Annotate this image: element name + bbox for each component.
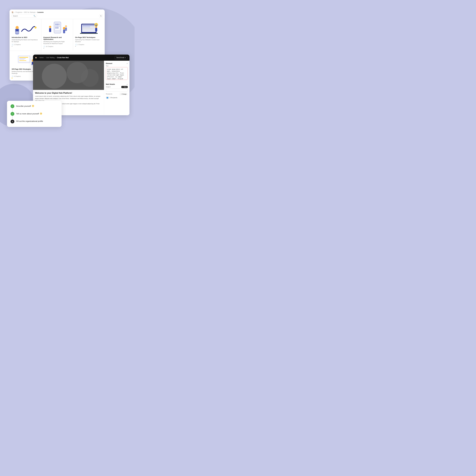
svg-rect-39: [19, 58, 26, 59]
card-desc-2: Identifying and Targeting the Right Keyw…: [43, 41, 71, 45]
card-meta-1: 📄 2 Chapters: [12, 44, 39, 45]
step-help-icon-1[interactable]: ?: [32, 105, 34, 107]
element-chevron[interactable]: ∧: [127, 63, 128, 64]
card-meta-3: 📄 2 Chapters: [75, 44, 102, 45]
chapter-count-3: 2 Chapters: [77, 44, 84, 45]
lesson-card-3[interactable]: On-Page SEO Techniques Optimizing Your W…: [73, 19, 105, 51]
breadcrumb-seo[interactable]: SEO for Startups: [24, 11, 35, 13]
card-dot-3: [75, 46, 76, 47]
svg-point-46: [44, 69, 53, 78]
step-item-1: ✓ Describe yourself ?: [11, 104, 58, 108]
search-icon: 🔍: [34, 15, 35, 17]
mail-details-title: Mail Details ∧: [106, 83, 128, 85]
svg-rect-35: [80, 33, 98, 34]
step-text-3: Fill out the organizational profile: [16, 119, 43, 122]
card-illustration-2: [43, 21, 71, 35]
svg-rect-13: [57, 25, 59, 27]
email-home-icon[interactable]: 🏠: [35, 57, 37, 59]
step-help-icon-2[interactable]: ?: [40, 112, 42, 115]
subject-row: Subject ✓ Save: [106, 86, 128, 88]
svg-rect-9: [55, 24, 57, 25]
search-box[interactable]: 🔍: [12, 14, 37, 18]
svg-rect-38: [19, 57, 28, 58]
step-spacer-1: [11, 108, 58, 112]
search-input[interactable]: [13, 15, 33, 17]
send-email-label: Send Email: [116, 57, 124, 59]
step-label-1: Describe yourself: [16, 105, 31, 107]
svg-rect-53: [57, 78, 70, 87]
svg-rect-12: [55, 25, 57, 27]
subject-input[interactable]: [106, 89, 128, 92]
step-label-2: Tell us more about yourself: [16, 113, 39, 115]
svg-point-47: [42, 80, 55, 90]
email-sidebar: Element ∧ Text Lorem ipsum dolor sit ame…: [104, 61, 130, 115]
email-sep-3: >: [55, 57, 56, 59]
mail-details-label: Mail Details: [106, 83, 115, 85]
svg-point-6: [15, 31, 19, 33]
card-title-3: On-Page SEO Techniques: [75, 36, 102, 38]
svg-rect-34: [95, 29, 97, 31]
breadcrumb-sep-1: >: [14, 11, 15, 13]
card-meta-2: 📄 10 Chapters: [43, 46, 71, 47]
sidebar-text-area[interactable]: Lorem ipsum dolor sit amet, consectetur …: [106, 67, 128, 80]
breadcrumb-sep-3: >: [36, 11, 37, 13]
step-item-2: ✓ Tell us more about yourself ?: [11, 112, 58, 116]
chapter-icon-2: 📄: [43, 46, 45, 47]
chapter-icon-3: 📄: [75, 44, 77, 45]
svg-point-19: [63, 27, 65, 29]
mail-details-chevron[interactable]: ∧: [127, 83, 128, 85]
steps-panel: ✓ Describe yourself ? ✓ Tell us more abo…: [7, 101, 62, 127]
card-title-2: Keyword Research and Optimization: [43, 36, 71, 40]
subject-label: Subject: [106, 86, 111, 87]
recipients-icon: 👥: [106, 96, 109, 99]
email-admin[interactable]: Admin: [39, 57, 44, 59]
svg-rect-15: [55, 27, 57, 29]
save-button[interactable]: ✓ Save: [121, 86, 128, 88]
step-spacer-2: [11, 116, 58, 119]
breadcrumb-sep-2: >: [23, 11, 23, 13]
send-email-button[interactable]: Send Email ∨: [115, 56, 127, 59]
svg-rect-45: [33, 61, 94, 90]
sort-button[interactable]: ⇅: [99, 15, 103, 17]
lesson-card-2[interactable]: Keyword Research and Optimization Identi…: [41, 19, 73, 51]
svg-point-33: [95, 26, 97, 28]
svg-rect-54: [58, 79, 69, 86]
svg-rect-11: [59, 24, 60, 25]
card-illustration-3: [75, 21, 102, 35]
step-icon-3: 3: [11, 119, 14, 123]
svg-rect-18: [49, 28, 51, 32]
email-mailing[interactable]: User Mailing: [46, 57, 55, 59]
svg-rect-27: [83, 28, 95, 28]
svg-rect-25: [83, 25, 95, 26]
svg-rect-16: [57, 27, 59, 29]
breadcrumb-programs[interactable]: Programs: [16, 11, 22, 13]
lesson-card-1[interactable]: Introduction to SEO Understanding the Ba…: [10, 19, 41, 51]
svg-point-1: [16, 26, 19, 29]
home-icon[interactable]: 🏠: [12, 11, 14, 13]
svg-rect-40: [19, 59, 24, 60]
change-button[interactable]: ✏ Change: [119, 93, 128, 95]
breadcrumb: 🏠 > Programs > SEO for Startups > Lesson…: [12, 11, 103, 13]
svg-rect-26: [83, 27, 90, 27]
email-photo: [33, 61, 104, 90]
svg-point-21: [65, 25, 67, 27]
step-text-2: Tell us more about yourself ?: [16, 112, 42, 115]
chapter-count-2: 10 Chapters: [46, 46, 53, 47]
step-connector-1: [12, 108, 13, 112]
svg-point-50: [74, 69, 83, 79]
search-row: 🔍 ⇅: [12, 14, 103, 18]
chapter-count-4: 6 Chapters: [14, 76, 21, 77]
step-connector-2: [12, 116, 13, 119]
step-icon-1: ✓: [11, 104, 14, 108]
svg-point-48: [59, 67, 68, 77]
card-illustration-1: [12, 21, 39, 35]
breadcrumb-lessons: Lessons: [37, 11, 44, 13]
element-section-title: Element ∧: [106, 62, 128, 64]
step-text-1: Describe yourself ?: [16, 104, 34, 107]
card-desc-1: Understanding the Basics and Importance …: [12, 39, 39, 43]
card-title-1: Introduction to SEO: [12, 36, 39, 38]
svg-point-51: [72, 80, 85, 90]
svg-rect-20: [63, 30, 65, 33]
svg-rect-22: [65, 28, 67, 31]
email-header: 🏠 > Admin > User Mailing > Create New Ma…: [33, 55, 130, 61]
